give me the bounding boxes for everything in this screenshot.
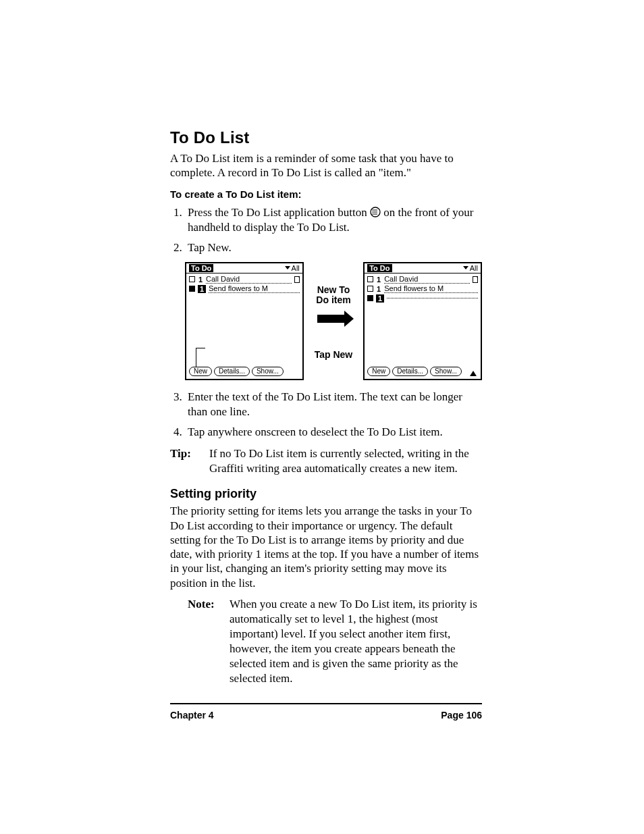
filter-label: All bbox=[470, 264, 478, 272]
tip-label: Tip: bbox=[170, 446, 200, 476]
svg-point-3 bbox=[372, 213, 373, 215]
list-item: 1 Send flowers to M bbox=[189, 284, 300, 294]
dropdown-icon bbox=[285, 266, 290, 269]
step-list: Press the To Do List application button … bbox=[170, 205, 482, 255]
note-text: When you create a new To Do List item, i… bbox=[230, 597, 482, 687]
step-1: Press the To Do List application button … bbox=[185, 205, 482, 235]
item-text-blank bbox=[387, 298, 478, 298]
filter-label: All bbox=[292, 264, 300, 272]
new-button: New bbox=[367, 367, 390, 376]
todo-screen-after: To Do All 1 Call David 1 Send flowers to… bbox=[363, 262, 482, 380]
screen-body: 1 Call David 1 Send flowers to M bbox=[186, 273, 302, 295]
heading-todo-list: To Do List bbox=[170, 128, 482, 147]
priority-value: 1 bbox=[198, 276, 203, 284]
intro-paragraph: A To Do List item is a reminder of some … bbox=[170, 151, 482, 180]
show-button: Show... bbox=[252, 367, 284, 376]
list-item: 1 Call David bbox=[189, 275, 300, 284]
checkbox-icon bbox=[367, 295, 373, 301]
priority-value: 1 bbox=[376, 276, 381, 284]
document-page: To Do List A To Do List item is a remind… bbox=[0, 0, 644, 834]
list-item: 1 Call David bbox=[367, 275, 478, 284]
app-title: To Do bbox=[367, 264, 392, 272]
svg-point-1 bbox=[372, 209, 373, 211]
details-button: Details... bbox=[392, 367, 428, 376]
item-text: Send flowers to M bbox=[384, 284, 478, 293]
footer-chapter: Chapter 4 bbox=[170, 710, 214, 721]
priority-value-selected: 1 bbox=[198, 285, 206, 293]
step-3: Enter the text of the To Do List item. T… bbox=[185, 390, 482, 419]
figure-callouts: New To Do item Tap New bbox=[311, 262, 356, 380]
heading-setting-priority: Setting priority bbox=[170, 487, 482, 501]
priority-paragraph: The priority setting for items lets you … bbox=[170, 504, 482, 590]
tip-block: Tip: If no To Do List item is currently … bbox=[170, 446, 482, 476]
note-icon bbox=[473, 276, 478, 283]
checkbox-icon bbox=[367, 276, 373, 282]
list-item-new: 1 bbox=[367, 294, 478, 303]
priority-value-selected: 1 bbox=[376, 294, 384, 303]
callout-tap-new: Tap New bbox=[311, 350, 356, 360]
arrow-right-icon bbox=[317, 315, 347, 323]
step-1-text-a: Press the To Do List application button bbox=[188, 206, 370, 219]
item-text: Call David bbox=[384, 275, 470, 284]
item-text: Send flowers to M bbox=[209, 284, 300, 293]
step-2: Tap New. bbox=[185, 240, 482, 255]
dropdown-icon bbox=[463, 266, 468, 269]
page-footer: Chapter 4 Page 106 bbox=[170, 703, 482, 721]
tip-text: If no To Do List item is currently selec… bbox=[209, 446, 482, 476]
procedure-heading: To create a To Do List item: bbox=[170, 188, 482, 200]
todo-app-button-icon bbox=[370, 207, 381, 217]
show-button: Show... bbox=[430, 367, 462, 376]
filter-dropdown: All bbox=[285, 264, 300, 272]
screen-header: To Do All bbox=[365, 263, 481, 273]
note-block: Note: When you create a new To Do List i… bbox=[188, 597, 482, 687]
figure-row: To Do All 1 Call David 1 Send flowers to… bbox=[185, 262, 482, 380]
new-button: New bbox=[189, 367, 212, 376]
svg-point-2 bbox=[372, 211, 373, 213]
step-list-cont: Enter the text of the To Do List item. T… bbox=[170, 390, 482, 440]
note-label: Note: bbox=[188, 597, 220, 687]
footer-page-number: Page 106 bbox=[441, 710, 482, 721]
screen-header: To Do All bbox=[186, 263, 302, 273]
callout-new-item: New To Do item bbox=[311, 285, 356, 306]
checkbox-icon bbox=[189, 286, 195, 292]
checkbox-icon bbox=[367, 286, 373, 292]
app-title: To Do bbox=[189, 264, 213, 272]
scroll-up-icon bbox=[470, 371, 477, 376]
screen-body: 1 Call David 1 Send flowers to M 1 bbox=[365, 273, 481, 305]
filter-dropdown: All bbox=[463, 264, 478, 272]
item-text: Call David bbox=[206, 275, 292, 284]
list-item: 1 Send flowers to M bbox=[367, 284, 478, 294]
note-icon bbox=[294, 276, 300, 283]
details-button: Details... bbox=[214, 367, 250, 376]
priority-value: 1 bbox=[376, 285, 381, 293]
button-bar: New Details... Show... bbox=[189, 367, 284, 376]
todo-screen-before: To Do All 1 Call David 1 Send flowers to… bbox=[185, 262, 304, 380]
checkbox-icon bbox=[189, 276, 195, 282]
button-bar: New Details... Show... bbox=[367, 367, 462, 376]
step-4: Tap anywhere onscreen to deselect the To… bbox=[185, 425, 482, 440]
